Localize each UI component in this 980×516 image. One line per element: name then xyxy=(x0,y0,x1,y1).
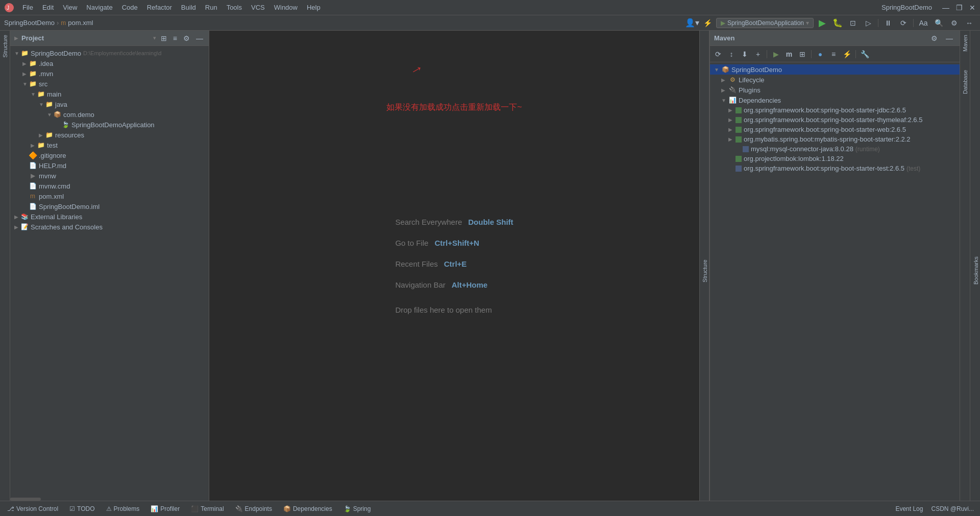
bottom-tab-problems[interactable]: ⚠ Problems xyxy=(101,504,145,513)
profile-btn[interactable]: ▷ xyxy=(862,16,875,30)
maven-wrench-btn[interactable]: 🔧 xyxy=(859,48,871,60)
menu-run[interactable]: Run xyxy=(201,3,222,12)
search-everywhere-btn[interactable]: 🔍 xyxy=(932,16,945,30)
tree-item-mvnwcmd[interactable]: 📄 mvnw.cmd xyxy=(10,181,209,191)
bookmarks-strip[interactable]: Bookmarks xyxy=(970,31,980,501)
bottom-tab-todo[interactable]: ☑ TODO xyxy=(64,504,100,513)
maven-dep-thymeleaf[interactable]: ▶ org.springframework.boot:spring-boot-s… xyxy=(710,115,960,125)
structure-strip[interactable]: Structure xyxy=(699,31,709,501)
maven-dep-test[interactable]: org.springframework.boot:spring-boot-sta… xyxy=(710,163,960,173)
tree-item-resources[interactable]: ▶ 📁 resources xyxy=(10,130,209,140)
menu-refactor[interactable]: Refactor xyxy=(143,3,176,12)
bottom-tab-dependencies[interactable]: 📦 Dependencies xyxy=(278,504,337,513)
minimize-btn[interactable]: — xyxy=(942,4,949,11)
maven-reload-btn[interactable]: ⟳ xyxy=(712,48,724,60)
maven-reload-all-btn[interactable]: ↕ xyxy=(725,48,738,60)
tree-item-test[interactable]: ▶ 📁 test xyxy=(10,140,209,150)
tree-item-java[interactable]: ▼ 📁 java xyxy=(10,99,209,109)
maven-run-btn[interactable]: ▶ xyxy=(770,48,782,60)
tree-item-mvnw[interactable]: ▶ mvnw xyxy=(10,171,209,181)
reload-btn[interactable]: ⟳ xyxy=(897,16,910,30)
maven-item-hint: (runtime) xyxy=(855,146,880,153)
bottom-tab-endpoints[interactable]: 🔌 Endpoints xyxy=(230,504,277,513)
coverage-btn[interactable]: ⊡ xyxy=(846,16,860,30)
tree-item-iml[interactable]: 📄 SpringBootDemo.iml xyxy=(10,201,209,212)
layout-btn[interactable]: ↔ xyxy=(963,16,976,30)
bottom-tab-spring[interactable]: 🍃 Spring xyxy=(338,504,376,513)
profiler-tab-label: Profiler xyxy=(160,505,180,512)
account-icon[interactable]: 👤▾ xyxy=(685,18,699,28)
tree-item-mvn[interactable]: ▶ 📁 .mvn xyxy=(10,68,209,79)
run-btn[interactable]: ▶ xyxy=(816,16,829,30)
project-panel-btn3[interactable]: ⚙ xyxy=(182,33,191,43)
tree-item-helpmd[interactable]: 📄 HELP.md xyxy=(10,160,209,171)
maven-panel-minimize-btn[interactable]: — xyxy=(943,32,955,44)
tree-item-scratches[interactable]: ▶ 📝 Scratches and Consoles xyxy=(10,222,209,232)
maven-item-plugins[interactable]: ▶ 🔌 Plugins xyxy=(710,85,960,95)
arrow-icon: ▶ xyxy=(14,214,20,220)
menu-vcs[interactable]: VCS xyxy=(247,3,269,12)
structure-label[interactable]: Structure xyxy=(701,255,709,287)
tree-item-main[interactable]: ▼ 📁 main xyxy=(10,89,209,99)
project-side-label[interactable]: Structure xyxy=(1,31,9,62)
maven-dep-lombok[interactable]: org.projectlombok:lombok:1.18.22 xyxy=(710,154,960,163)
vcs-icon[interactable]: ⚡ xyxy=(703,19,712,27)
event-log-label[interactable]: Event Log xyxy=(895,505,923,512)
menu-view[interactable]: View xyxy=(59,3,81,12)
project-panel-btn4[interactable]: — xyxy=(194,33,205,43)
maven-parallel-btn[interactable]: ⚡ xyxy=(841,48,853,60)
bottom-tab-profiler[interactable]: 📊 Profiler xyxy=(145,504,185,513)
maven-circle-btn[interactable]: ● xyxy=(814,48,826,60)
tree-item-comdemo[interactable]: ▼ 📦 com.demo xyxy=(10,109,209,120)
dep-bar-icon xyxy=(736,136,742,143)
database-side-label[interactable]: Database xyxy=(961,66,969,98)
tree-item-idea[interactable]: ▶ 📁 .idea xyxy=(10,58,209,68)
project-scrollbar[interactable] xyxy=(10,498,209,501)
maven-side-label[interactable]: Maven xyxy=(961,31,969,56)
tree-item-externlibs[interactable]: ▶ 📚 External Libraries xyxy=(10,212,209,222)
maven-dep-mybatis[interactable]: ▶ org.mybatis.spring.boot:mybatis-spring… xyxy=(710,134,960,144)
maven-item-label: Lifecycle xyxy=(739,76,765,84)
maven-toggle-btn[interactable]: ⊞ xyxy=(796,48,808,60)
breadcrumb-file[interactable]: pom.xml xyxy=(68,19,93,27)
project-panel-btn1[interactable]: ⊞ xyxy=(159,33,168,43)
menu-code[interactable]: Code xyxy=(118,3,142,12)
tree-item-src[interactable]: ▼ 📁 src xyxy=(10,79,209,89)
menu-navigate[interactable]: Navigate xyxy=(82,3,116,12)
maven-skip-btn[interactable]: ≡ xyxy=(827,48,840,60)
arrow-icon: ▼ xyxy=(22,81,29,87)
maven-download-btn[interactable]: ⬇ xyxy=(739,48,751,60)
stop-btn[interactable]: ⏸ xyxy=(881,16,895,30)
bookmarks-label[interactable]: Bookmarks xyxy=(972,252,980,289)
maven-dep-web[interactable]: ▶ org.springframework.boot:spring-boot-s… xyxy=(710,125,960,134)
maven-dep-mysql[interactable]: mysql:mysql-connector-java:8.0.28 (runti… xyxy=(710,144,960,154)
maven-lifecycle-btn[interactable]: m xyxy=(783,48,795,60)
debug-btn[interactable]: 🐛 xyxy=(831,16,844,30)
run-config-selector[interactable]: ▶ SpringBootDemoApplication ▾ xyxy=(716,18,814,28)
menu-edit[interactable]: Edit xyxy=(38,3,58,12)
project-panel-btn2[interactable]: ≡ xyxy=(172,33,179,43)
maven-add-btn[interactable]: + xyxy=(752,48,764,60)
maximize-btn[interactable]: ❐ xyxy=(955,4,963,11)
tree-item-springapp[interactable]: 🍃 SpringBootDemoApplication xyxy=(10,120,209,130)
menu-help[interactable]: Help xyxy=(303,3,325,12)
project-panel-dropdown-icon[interactable]: ▾ xyxy=(153,35,156,41)
breadcrumb-project[interactable]: SpringBootDemo xyxy=(4,19,55,27)
menu-tools[interactable]: Tools xyxy=(223,3,246,12)
menu-window[interactable]: Window xyxy=(270,3,302,12)
settings-btn[interactable]: ⚙ xyxy=(947,16,961,30)
maven-item-lifecycle[interactable]: ▶ ⚙ Lifecycle xyxy=(710,75,960,85)
tree-item-springbootdemo[interactable]: ▼ 📁 SpringBootDemo D:\Employment\code\le… xyxy=(10,48,209,58)
tree-item-gitignore[interactable]: 🔶 .gitignore xyxy=(10,150,209,160)
tree-item-pomxml[interactable]: m pom.xml xyxy=(10,191,209,201)
maven-panel-settings-btn[interactable]: ⚙ xyxy=(928,32,940,44)
close-btn[interactable]: ✕ xyxy=(969,4,976,11)
maven-item-dependencies[interactable]: ▼ 📊 Dependencies xyxy=(710,95,960,105)
menu-build[interactable]: Build xyxy=(177,3,200,12)
menu-file[interactable]: File xyxy=(18,3,37,12)
maven-dep-jdbc[interactable]: ▶ org.springframework.boot:spring-boot-s… xyxy=(710,105,960,115)
maven-item-root[interactable]: ▼ 📦 SpringBootDemo xyxy=(710,64,960,75)
bottom-tab-terminal[interactable]: ⬛ Terminal xyxy=(186,504,229,513)
translate-btn[interactable]: Aa xyxy=(917,16,930,30)
bottom-tab-vcs[interactable]: ⎇ Version Control xyxy=(2,504,63,513)
